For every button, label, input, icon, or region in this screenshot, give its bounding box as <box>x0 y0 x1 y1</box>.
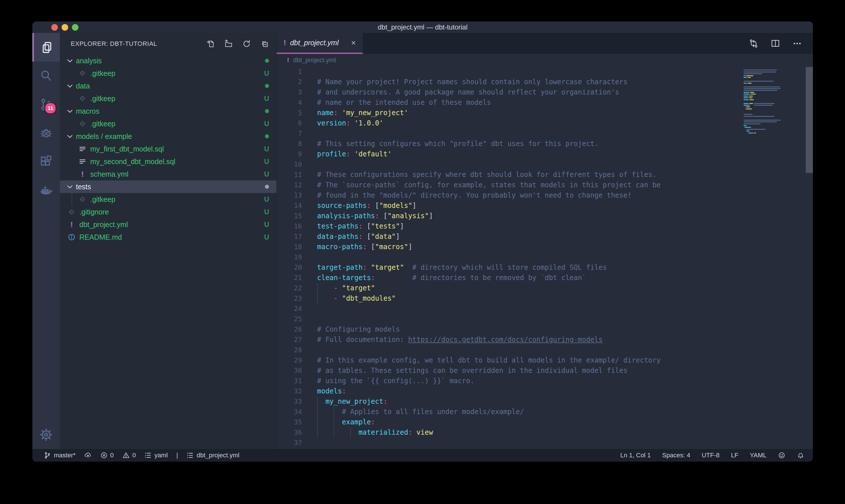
breadcrumb[interactable]: ! dbt_project.yml <box>277 54 813 67</box>
code-text: # found in the "models/" directory. You … <box>317 190 632 200</box>
minimap-line <box>743 88 780 89</box>
tree-item-label: .gitkeep <box>90 195 115 204</box>
new-file-button[interactable] <box>206 39 215 48</box>
status-0[interactable]: 0 <box>122 452 136 459</box>
status-master-[interactable]: master* <box>44 452 76 459</box>
new-folder-button[interactable] <box>224 39 233 48</box>
minimize-window-button[interactable] <box>61 24 68 31</box>
tree-item--gitignore[interactable]: .gitignoreU <box>60 205 276 218</box>
minimap-line <box>748 132 754 133</box>
minimap[interactable] <box>743 68 799 446</box>
status-label: | <box>177 452 178 459</box>
tree-item-macros[interactable]: macros <box>60 105 276 118</box>
git-status-badge: U <box>264 145 269 153</box>
tree-item-analysis[interactable]: analysis <box>60 54 276 67</box>
tree-item--gitkeep[interactable]: .gitkeepU <box>60 67 276 79</box>
git-status-badge: U <box>264 221 269 229</box>
minimap-line <box>743 81 774 82</box>
minimap-line <box>746 107 750 107</box>
status-label: Ln 1, Col 1 <box>620 452 650 459</box>
more-actions-button[interactable] <box>792 39 802 48</box>
status-spaces-4[interactable]: Spaces: 4 <box>662 452 690 459</box>
activity-item-debug[interactable] <box>32 119 60 147</box>
tree-item-dbt-project-yml[interactable]: !dbt_project.ymlU <box>60 218 276 231</box>
tree-item-data[interactable]: data <box>60 79 276 92</box>
activity-item-search[interactable] <box>32 61 60 90</box>
activity-item-source-control[interactable]: 11 <box>32 90 60 119</box>
tree-item-label: tests <box>76 183 91 191</box>
tree-item--gitkeep[interactable]: .gitkeepU <box>60 118 276 130</box>
code-editor[interactable]: 12# Name your project! Project names sho… <box>277 67 813 449</box>
code-text: # and underscores. A good package name s… <box>317 87 619 97</box>
status-bell[interactable] <box>797 452 804 459</box>
minimap-line <box>749 96 753 96</box>
activity-item-settings[interactable] <box>32 420 60 449</box>
code-text: # Configuring models <box>317 324 400 335</box>
tree-item-label: models / example <box>76 132 132 141</box>
tree-item--gitkeep[interactable]: .gitkeepU <box>60 193 276 205</box>
tree-item-label: dbt_project.yml <box>79 220 128 229</box>
status-dbt-project-yml[interactable]: dbt_project.yml <box>186 452 239 459</box>
minimap-line <box>743 94 750 94</box>
minimap-line <box>750 100 753 100</box>
vertical-scrollbar[interactable] <box>806 67 813 173</box>
code-line: 1 <box>277 67 813 77</box>
tree-item-models-example[interactable]: models / example <box>60 130 276 143</box>
branch-icon <box>44 452 51 459</box>
activity-item-extensions[interactable] <box>32 147 60 176</box>
minimap-line <box>750 94 751 94</box>
tab-dbt-project-yml[interactable]: ! dbt_project.yml × <box>277 33 363 54</box>
code-text: profile: 'default' <box>317 149 392 159</box>
status-cloud[interactable] <box>84 452 92 459</box>
collapse-all-button[interactable] <box>260 39 269 48</box>
minimap-line <box>746 125 747 126</box>
line-number: 14 <box>277 200 302 211</box>
modified-dot <box>265 109 269 113</box>
line-number: 8 <box>277 139 302 149</box>
chevron-down-icon <box>66 82 74 90</box>
line-number: 4 <box>277 97 302 108</box>
line-number: 19 <box>277 252 302 262</box>
tree-item-label: analysis <box>76 57 102 65</box>
code-line: 34 # Applies to all files under models/e… <box>277 407 813 417</box>
tree-item-schema-yml[interactable]: !schema.ymlU <box>60 168 276 180</box>
close-tab-icon[interactable]: × <box>351 39 356 47</box>
code-line: 14source-paths: ["models"] <box>277 200 813 211</box>
minimap-line <box>743 83 747 84</box>
activity-item-docker[interactable] <box>32 176 60 205</box>
line-number: 26 <box>277 324 302 335</box>
title-bar[interactable]: dbt_project.yml — dbt-tutorial <box>32 21 813 33</box>
chevron-down-icon <box>66 107 74 115</box>
tree-item-readme-md[interactable]: README.mdU <box>60 231 276 244</box>
indent-guide <box>72 193 72 205</box>
status-label: dbt_project.yml <box>197 452 239 459</box>
status-lf[interactable]: LF <box>731 452 738 459</box>
close-window-button[interactable] <box>51 24 58 31</box>
minimap-line <box>754 132 756 133</box>
minimap-line <box>754 103 775 104</box>
zoom-window-button[interactable] <box>72 24 78 31</box>
status-ln-1-col-1[interactable]: Ln 1, Col 1 <box>620 452 650 459</box>
open-changes-button[interactable] <box>749 39 758 48</box>
minimap-line <box>743 96 748 96</box>
tree-item-my-first-dbt-model-sql[interactable]: my_first_dbt_model.sqlU <box>60 143 276 155</box>
status-smiley[interactable] <box>778 452 786 459</box>
status-0[interactable]: 0 <box>100 452 114 459</box>
split-editor-button[interactable] <box>771 39 780 48</box>
line-number: 22 <box>277 283 302 293</box>
status-yaml[interactable]: YAML <box>750 452 767 459</box>
tree-item-label: macros <box>76 107 100 115</box>
git-file-icon <box>78 120 87 128</box>
git-status-badge <box>265 59 269 63</box>
line-number: 7 <box>277 128 302 139</box>
breadcrumb-filename[interactable]: dbt_project.yml <box>293 56 336 64</box>
tree-item--gitkeep[interactable]: .gitkeepU <box>60 92 276 105</box>
tree-item-tests[interactable]: tests <box>60 180 276 193</box>
minimap-line <box>743 122 777 122</box>
code-line: 36 materialized: view <box>277 427 813 437</box>
tree-item-my-second-dbt-model-sql[interactable]: my_second_dbt_model.sqlU <box>60 155 276 168</box>
refresh-button[interactable] <box>242 39 251 48</box>
activity-item-explorer[interactable] <box>32 33 60 61</box>
status-yaml[interactable]: yaml <box>144 452 167 459</box>
status-utf-8[interactable]: UTF-8 <box>702 452 720 459</box>
